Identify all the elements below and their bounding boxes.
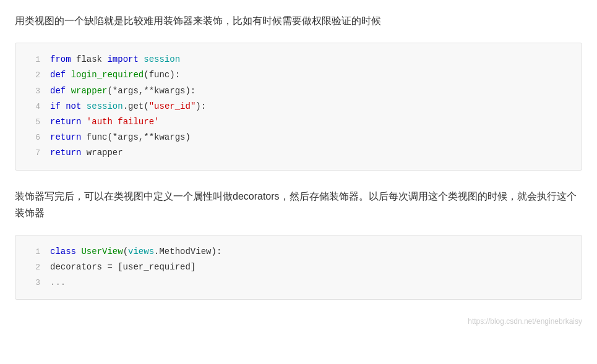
code-token: .MethodView): xyxy=(154,247,221,256)
line-number: 2 xyxy=(27,68,40,82)
code-block-1: 1from flask import session2def login_req… xyxy=(15,43,582,170)
line-content: from flask import session xyxy=(50,52,180,67)
line-content: return wrapper xyxy=(50,145,123,161)
code-token xyxy=(61,101,66,111)
code-block-2: 1class UserView(views.MethodView):2 deco… xyxy=(15,235,582,300)
code-token: return xyxy=(50,148,81,158)
line-content: return func(*args,**kwargs) xyxy=(50,130,191,145)
line-number: 1 xyxy=(27,245,40,259)
code-token: views xyxy=(128,247,154,256)
line-content: return 'auth failure' xyxy=(50,114,159,130)
line-number: 4 xyxy=(27,99,40,114)
code-token: ): xyxy=(195,101,206,111)
code-token xyxy=(81,101,86,111)
code-token xyxy=(81,117,86,127)
code-token: if xyxy=(50,101,61,111)
paragraph-1-text: 用类视图的一个缺陷就是比较难用装饰器来装饰，比如有时候需要做权限验证的时候 xyxy=(15,15,381,26)
line-number: 2 xyxy=(27,260,40,274)
code-token xyxy=(66,70,71,80)
code-token: return xyxy=(50,132,81,142)
code-token: wrapper xyxy=(71,86,108,96)
line-content: def login_required(func): xyxy=(50,67,180,83)
code-line: 6 return func(*args,**kwargs) xyxy=(27,130,570,145)
code-token: func(*args,**kwargs) xyxy=(81,132,190,142)
code-token: decorators = [user_required] xyxy=(50,262,195,272)
code-token: import xyxy=(107,54,138,64)
paragraph-2: 装饰器写完后，可以在类视图中定义一个属性叫做decorators，然后存储装饰器… xyxy=(15,188,582,221)
code-token: login_required xyxy=(71,70,144,80)
line-number: 7 xyxy=(27,146,40,160)
line-number: 6 xyxy=(27,130,40,145)
paragraph-1: 用类视图的一个缺陷就是比较难用装饰器来装饰，比如有时候需要做权限验证的时候 xyxy=(15,12,582,29)
code-token: 'auth failure' xyxy=(87,117,160,127)
code-token: "user_id" xyxy=(149,101,196,111)
code-token: ... xyxy=(50,277,66,287)
line-content: if not session.get("user_id"): xyxy=(50,99,206,114)
line-content: def wrapper(*args,**kwargs): xyxy=(50,83,195,99)
line-number: 1 xyxy=(27,53,40,67)
code-token: not xyxy=(66,101,81,111)
code-line: 7 return wrapper xyxy=(27,145,570,161)
code-token: class xyxy=(50,247,76,256)
code-token: .get( xyxy=(123,101,149,111)
line-number: 5 xyxy=(27,115,40,129)
code-line: 5 return 'auth failure' xyxy=(27,114,570,130)
code-line: 1from flask import session xyxy=(27,52,570,67)
code-token: def xyxy=(50,70,66,80)
code-line: 4 if not session.get("user_id"): xyxy=(27,99,570,114)
code-token: UserView xyxy=(81,247,122,256)
paragraph-2-text: 装饰器写完后，可以在类视图中定义一个属性叫做decorators，然后存储装饰器… xyxy=(15,191,577,218)
watermark: https://blog.csdn.net/enginebrkaisy xyxy=(15,317,582,326)
code-line: 1class UserView(views.MethodView): xyxy=(27,244,570,260)
code-token: wrapper xyxy=(81,148,122,158)
code-line: 3 ... xyxy=(27,275,570,290)
line-content: class UserView(views.MethodView): xyxy=(50,244,221,260)
code-token: flask xyxy=(71,54,108,64)
code-token xyxy=(66,86,71,96)
code-token: ( xyxy=(123,247,128,256)
code-token: (func): xyxy=(144,70,180,80)
code-line: 2def login_required(func): xyxy=(27,67,570,83)
code-token: session xyxy=(87,101,123,111)
code-token: def xyxy=(50,86,66,96)
line-number: 3 xyxy=(27,84,40,98)
code-token: session xyxy=(139,54,180,64)
code-token: (*args,**kwargs): xyxy=(107,86,195,96)
line-content: decorators = [user_required] xyxy=(50,260,195,275)
line-content: ... xyxy=(50,275,66,290)
code-token: return xyxy=(50,117,81,127)
line-number: 3 xyxy=(27,276,40,290)
code-line: 2 decorators = [user_required] xyxy=(27,260,570,275)
code-token: from xyxy=(50,54,71,64)
code-line: 3 def wrapper(*args,**kwargs): xyxy=(27,83,570,99)
